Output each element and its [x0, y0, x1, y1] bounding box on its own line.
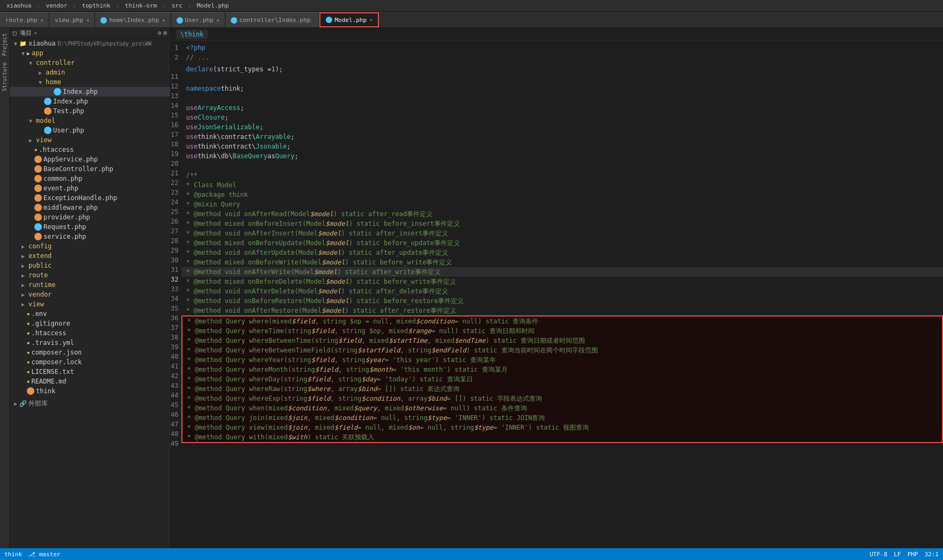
tree-service-label: service.php	[43, 233, 86, 240]
tree-admin[interactable]: ▶ admin	[10, 68, 170, 77]
tree-env[interactable]: ▪ .env	[10, 309, 170, 319]
code-line-35: * @method void onBeforeRestore(Model $mo…	[181, 296, 943, 306]
code-line-31: * @method mixed onBeforeWrite(Model $mod…	[181, 257, 943, 267]
code-line-25: * @mixin Query	[181, 200, 943, 209]
left-activity-bar: Project Structure	[0, 28, 10, 548]
tree-composer-json[interactable]: ▪ composer.json	[10, 348, 170, 357]
tab-user-label: User.php	[185, 17, 214, 24]
tree-common-label: common.php	[43, 175, 82, 182]
tree-service[interactable]: service.php	[10, 232, 170, 241]
tree-provider[interactable]: provider.php	[10, 212, 170, 222]
tree-middleware[interactable]: middleware.php	[10, 203, 170, 212]
code-line-23: * Class Model	[181, 180, 943, 190]
tree-root-xiaohua[interactable]: ▼ 📁 xiaohua D:\PHPStudyV8\phpstudy_pro\W…	[10, 39, 170, 48]
tree-user-icon	[44, 127, 52, 134]
tree-view-app[interactable]: ▶ view	[10, 135, 170, 145]
topbar-src[interactable]: src	[170, 2, 185, 9]
code-line-30: * @method void onAfterUpdate(Model $mode…	[181, 248, 943, 257]
project-label: □ 项目 ▾	[13, 29, 37, 37]
grid-icon[interactable]: ⊞	[163, 30, 167, 36]
tree-route[interactable]: ▶ route	[10, 270, 170, 280]
tree-view-root[interactable]: ▶ view	[10, 299, 170, 309]
tree-middleware-icon	[34, 204, 42, 211]
tree-home[interactable]: ▼ home	[10, 77, 170, 87]
tree-extend[interactable]: ▶ extend	[10, 251, 170, 261]
tree-test-label: Test.php	[53, 107, 84, 115]
tree-controller[interactable]: ▼ controller	[10, 58, 170, 68]
tree-app-label: app	[32, 49, 43, 57]
tree-exceptionhandle[interactable]: ExceptionHandle.php	[10, 193, 170, 203]
project-actions: ⚙ ⊞	[158, 30, 167, 36]
tree-request-icon	[34, 223, 42, 231]
tree-readme[interactable]: ▪ README.md	[10, 377, 170, 386]
tree-think-label: think	[36, 387, 55, 395]
tree-model[interactable]: ▼ model	[10, 116, 170, 126]
tree-env-label: .env	[31, 310, 47, 318]
tree-config[interactable]: ▶ config	[10, 241, 170, 251]
topbar-xiaohua[interactable]: xiaohua	[4, 2, 33, 9]
code-line-15: use ArrayAccess;	[181, 103, 943, 113]
code-line-45: * @method Query whereExp(string $field, …	[182, 394, 942, 403]
code-line-44: * @method Query whereRaw(string $where, …	[182, 384, 942, 394]
tab-home-index[interactable]: home\Index.php ×	[95, 12, 171, 27]
code-editor-area: \think 1 2 11 12 13 14 15 16 17 18 19 20…	[171, 28, 943, 548]
tree-htaccess-app[interactable]: ▪ .htaccess	[10, 145, 170, 154]
code-line-2: // ...	[181, 53, 943, 62]
tab-home-index-icon	[100, 17, 107, 24]
code-line-33: * @method mixed onBeforeDelete(Model $mo…	[181, 277, 943, 286]
code-line-36: * @method void onAfterRestore(Model $mod…	[181, 306, 943, 315]
tab-view[interactable]: view.php ×	[49, 12, 95, 27]
tree-user[interactable]: User.php	[10, 126, 170, 135]
code-editor[interactable]: <?php // ... declare (strict_types = 1);…	[181, 41, 943, 548]
tab-controller-index-label: controller\Index.php	[239, 17, 310, 24]
tab-user[interactable]: User.php ×	[171, 12, 225, 27]
tab-model[interactable]: Model.php ×	[319, 12, 379, 27]
code-line-16: use Closure;	[181, 113, 943, 122]
tree-exceptionhandle-label: ExceptionHandle.php	[43, 194, 117, 202]
tree-basecontroller[interactable]: BaseController.php	[10, 164, 170, 174]
tree-home-index[interactable]: Index.php	[10, 87, 170, 97]
project-dropdown[interactable]: □ 项目	[13, 29, 32, 37]
tree-external-lib[interactable]: ▶ 🔗 外部库	[10, 398, 170, 409]
tree-vendor[interactable]: ▶ vendor	[10, 290, 170, 299]
tree-app[interactable]: ▼ ▶ app	[10, 48, 170, 58]
code-line-27: * @method mixed onBeforeInsert(Model $mo…	[181, 219, 943, 229]
tab-route[interactable]: route.php ×	[0, 12, 49, 27]
tree-event[interactable]: event.php	[10, 183, 170, 193]
tree-controller-index[interactable]: Index.php	[10, 97, 170, 106]
tree-model-label: model	[36, 117, 55, 124]
tree-common-icon	[34, 175, 42, 182]
code-line-41: * @method Query whereYear(string $field,…	[182, 355, 942, 365]
side-project-icon[interactable]: Project	[1, 30, 9, 59]
code-line-34: * @method void onAfterDelete(Model $mode…	[181, 286, 943, 296]
tree-travis-label: .travis.yml	[31, 339, 74, 347]
gear-icon[interactable]: ⚙	[158, 30, 162, 36]
tree-runtime[interactable]: ▶ runtime	[10, 280, 170, 290]
topbar-think-orm[interactable]: think-orm	[123, 2, 159, 9]
tree-think[interactable]: think	[10, 386, 170, 396]
tree-basecontroller-label: BaseController.php	[43, 165, 113, 173]
topbar-topthink[interactable]: topthink	[80, 2, 113, 9]
code-line-19: use think\contract\Jsonable;	[181, 142, 943, 151]
tree-test[interactable]: Test.php	[10, 106, 170, 116]
tree-composer-lock[interactable]: ▪ composer.lock	[10, 357, 170, 367]
topbar-vendor[interactable]: vendor	[44, 2, 70, 9]
tree-htaccess-root[interactable]: ▪ .htaccess	[10, 328, 170, 338]
tree-common[interactable]: common.php	[10, 174, 170, 183]
code-line-47: * @method Query join(mixed $join, mixed …	[182, 413, 942, 423]
tree-arrow-root: ▼	[12, 41, 19, 47]
tab-model-label: Model.php	[334, 17, 367, 24]
code-line-28: * @method void onAfterInsert(Model $mode…	[181, 229, 943, 238]
tree-request[interactable]: Request.php	[10, 222, 170, 232]
side-structure-icon[interactable]: Structure	[1, 59, 9, 94]
tree-appservice[interactable]: AppService.php	[10, 154, 170, 164]
breadcrumb-think: \think	[176, 30, 208, 39]
tree-license-label: LICENSE.txt	[31, 368, 74, 375]
tree-gitignore[interactable]: ▪ .gitignore	[10, 319, 170, 328]
topbar-model[interactable]: Model.php	[195, 2, 231, 9]
tree-license[interactable]: ▪ LICENSE.txt	[10, 367, 170, 377]
tree-travis[interactable]: ▪ .travis.yml	[10, 338, 170, 348]
code-line-48: * @method Query view(mixed $join, mixed …	[182, 423, 942, 432]
tab-controller-index[interactable]: controller\Index.php	[225, 12, 319, 27]
tree-public[interactable]: ▶ public	[10, 261, 170, 270]
